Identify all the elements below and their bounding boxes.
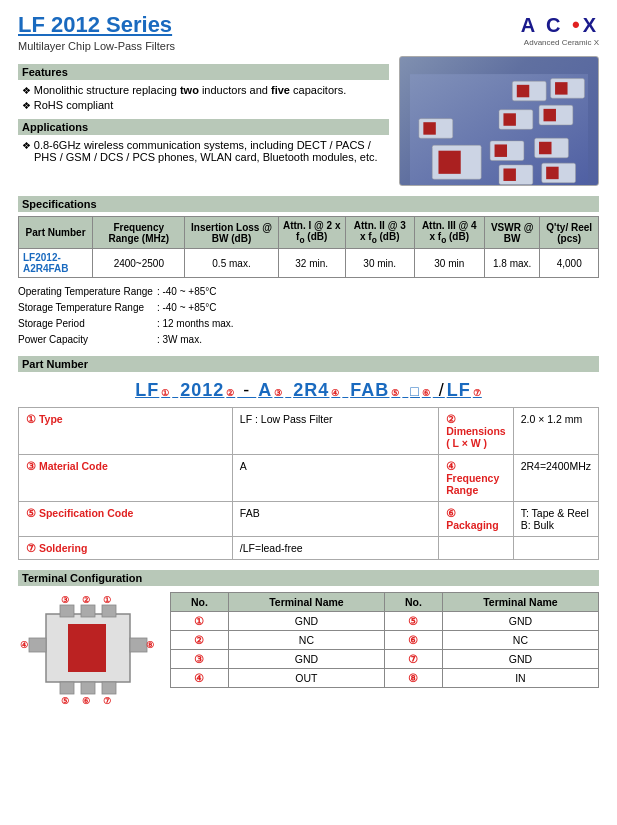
pn-cell-solder-value: /LF=lead-free bbox=[232, 537, 438, 560]
svg-text:⑥: ⑥ bbox=[82, 696, 90, 706]
pn-cell-spec-value: FAB bbox=[232, 502, 438, 537]
specifications-section: Specifications Part Number Frequency Ran… bbox=[18, 196, 599, 348]
op-label-2: Storage Temperature Range bbox=[18, 300, 157, 316]
cell-part-number: LF2012-A2R4FAB bbox=[19, 249, 93, 278]
svg-rect-3 bbox=[517, 85, 529, 97]
specifications-header: Specifications bbox=[18, 196, 599, 212]
pn-label-freq: ④ Frequency Range bbox=[446, 460, 499, 496]
specifications-table: Part Number Frequency Range (MHz) Insert… bbox=[18, 216, 599, 278]
term-no2-3: ⑦ bbox=[384, 650, 442, 669]
term-name1-1: GND bbox=[228, 612, 384, 631]
term-name2-1: GND bbox=[442, 612, 598, 631]
term-name2-2: NC bbox=[442, 631, 598, 650]
op-value-2: : -40 ~ +85°C bbox=[157, 300, 238, 316]
svg-text:⑧: ⑧ bbox=[146, 640, 154, 650]
pn-fab: FAB bbox=[350, 380, 389, 401]
terminal-row-2: ② NC ⑥ NC bbox=[171, 631, 599, 650]
term-no1-4: ④ bbox=[171, 669, 229, 688]
operating-info: Operating Temperature Range : -40 ~ +85°… bbox=[18, 284, 599, 348]
pn-lf: LF bbox=[135, 380, 159, 401]
op-label-4: Power Capacity bbox=[18, 332, 157, 348]
pn-cell-empty1 bbox=[439, 537, 514, 560]
col-no2: No. bbox=[384, 593, 442, 612]
cell-attn1: 32 min. bbox=[278, 249, 345, 278]
svg-rect-19 bbox=[503, 168, 515, 180]
pn-cell-material-value: A bbox=[232, 455, 438, 502]
svg-rect-25 bbox=[81, 605, 95, 617]
features-header: Features bbox=[18, 64, 389, 80]
pn-2r4: 2R4 bbox=[293, 380, 329, 401]
pn-circle-7: ⑦ bbox=[473, 388, 482, 398]
pn-row-1: ① Type LF : Low Pass Filter ② Dimensions… bbox=[19, 408, 599, 455]
col-name1: Terminal Name bbox=[228, 593, 384, 612]
svg-rect-13 bbox=[438, 151, 460, 174]
pn-row-4: ⑦ Soldering /LF=lead-free bbox=[19, 537, 599, 560]
term-name1-4: OUT bbox=[228, 669, 384, 688]
terminal-header: Terminal Configuration bbox=[18, 570, 599, 586]
terminal-header-row: No. Terminal Name No. Terminal Name bbox=[171, 593, 599, 612]
application-item-1: 0.8-6GHz wireless communication systems,… bbox=[22, 139, 389, 163]
cell-qty: 4,000 bbox=[540, 249, 599, 278]
pn-value-spec: FAB bbox=[240, 507, 260, 519]
pn-row-3: ⑤ Specification Code FAB ⑥ Packaging T: … bbox=[19, 502, 599, 537]
features-column: Features Monolithic structure replacing … bbox=[18, 56, 389, 186]
svg-rect-29 bbox=[102, 682, 116, 694]
pn-circle-2: ② bbox=[226, 388, 235, 398]
pn-label-packaging: ⑥ Packaging bbox=[446, 507, 499, 531]
col-attn3: Attn. III @ 4 x fo (dB) bbox=[414, 217, 484, 249]
pn-cell-pkg-value: T: Tape & ReelB: Bulk bbox=[513, 502, 598, 537]
logo-subtext: Advanced Ceramic X bbox=[521, 38, 599, 47]
product-title: LF 2012 Series bbox=[18, 12, 175, 38]
term-name2-4: IN bbox=[442, 669, 598, 688]
pn-value-type: LF : Low Pass Filter bbox=[240, 413, 333, 425]
svg-rect-24 bbox=[60, 605, 74, 617]
cell-attn2: 30 min. bbox=[345, 249, 414, 278]
col-vswr: VSWR @ BW bbox=[484, 217, 540, 249]
pn-circle-6: ⑥ bbox=[422, 388, 431, 398]
pn-circle-1: ① bbox=[161, 388, 170, 398]
svg-rect-9 bbox=[544, 109, 556, 121]
pn-square: □ bbox=[410, 383, 419, 399]
pn-value-soldering: /LF=lead-free bbox=[240, 542, 303, 554]
svg-text:⑤: ⑤ bbox=[61, 696, 69, 706]
operating-row-4: Power Capacity : 3W max. bbox=[18, 332, 238, 348]
pn-value-dimensions: 2.0 × 1.2 mm bbox=[521, 413, 583, 425]
pn-cell-freq-label: ④ Frequency Range bbox=[439, 455, 514, 502]
term-no1-2: ② bbox=[171, 631, 229, 650]
pn-sep2: / bbox=[433, 380, 445, 401]
svg-text:⑦: ⑦ bbox=[103, 696, 111, 706]
pn-row-2: ③ Material Code A ④ Frequency Range 2R4=… bbox=[19, 455, 599, 502]
pn-cell-type-value: LF : Low Pass Filter bbox=[232, 408, 438, 455]
product-subtitle: Multilayer Chip Low-Pass Filters bbox=[18, 40, 175, 52]
pn-circle-3: ③ bbox=[274, 388, 283, 398]
col-freq-range: Frequency Range (MHz) bbox=[93, 217, 185, 249]
col-name2: Terminal Name bbox=[442, 593, 598, 612]
feature-item-1: Monolithic structure replacing two induc… bbox=[22, 84, 389, 96]
term-no2-2: ⑥ bbox=[384, 631, 442, 650]
terminal-section: Terminal Configuration bbox=[18, 570, 599, 707]
terminal-row-1: ① GND ⑤ GND bbox=[171, 612, 599, 631]
operating-table: Operating Temperature Range : -40 ~ +85°… bbox=[18, 284, 238, 348]
logo: A C •X Advanced Ceramic X bbox=[521, 12, 599, 47]
op-value-4: : 3W max. bbox=[157, 332, 238, 348]
part-number-code-display: LF① 2012② - A③ 2R4④ FAB⑤ □⑥ / LF⑦ bbox=[18, 380, 599, 401]
col-attn2: Attn. II @ 3 x fo (dB) bbox=[345, 217, 414, 249]
chip-svg bbox=[410, 67, 588, 186]
op-label-3: Storage Period bbox=[18, 316, 157, 332]
cell-vswr: 1.8 max. bbox=[484, 249, 540, 278]
term-name2-3: GND bbox=[442, 650, 598, 669]
term-no2-1: ⑤ bbox=[384, 612, 442, 631]
op-label-1: Operating Temperature Range bbox=[18, 284, 157, 300]
col-no1: No. bbox=[171, 593, 229, 612]
pn-label-soldering: ⑦ Soldering bbox=[26, 542, 87, 554]
pn-cell-solder-label: ⑦ Soldering bbox=[19, 537, 233, 560]
pn-cell-type-label: ① Type bbox=[19, 408, 233, 455]
part-number-grid: ① Type LF : Low Pass Filter ② Dimensions… bbox=[18, 407, 599, 560]
op-value-1: : -40 ~ +85°C bbox=[157, 284, 238, 300]
term-no1-1: ① bbox=[171, 612, 229, 631]
svg-rect-26 bbox=[102, 605, 116, 617]
col-part-number: Part Number bbox=[19, 217, 93, 249]
pn-label-material: ③ Material Code bbox=[26, 460, 108, 472]
svg-rect-21 bbox=[546, 167, 558, 179]
svg-text:①: ① bbox=[103, 595, 111, 605]
